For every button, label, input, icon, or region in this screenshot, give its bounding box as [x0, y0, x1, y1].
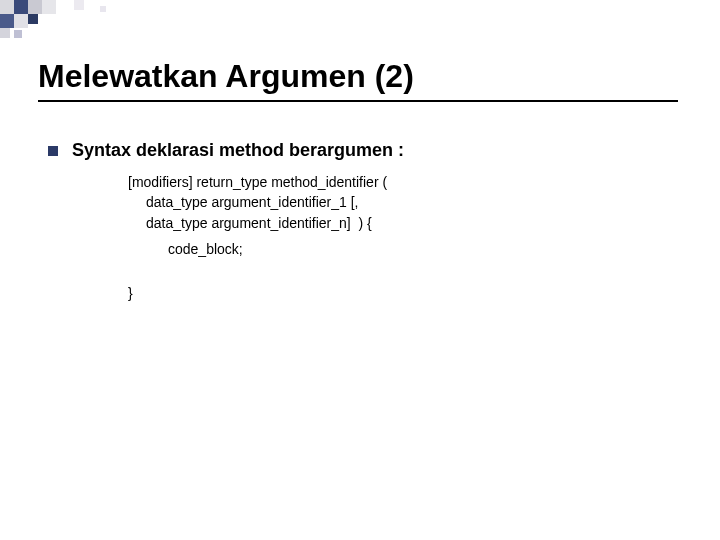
bullet-item: Syntax deklarasi method berargumen : [48, 140, 404, 161]
code-line-2: data_type argument_identifier_1 [, [128, 192, 387, 212]
code-line-3: data_type argument_identifier_n] ) { [128, 213, 387, 233]
code-line-5: } [128, 283, 387, 303]
page-title: Melewatkan Argumen (2) [38, 58, 414, 95]
code-line-4: code_block; [128, 239, 387, 259]
corner-decoration [0, 0, 120, 40]
square-bullet-icon [48, 146, 58, 156]
syntax-code-block: [modifiers] return_type method_identifie… [128, 172, 387, 303]
code-line-1: [modifiers] return_type method_identifie… [128, 172, 387, 192]
section-subtitle: Syntax deklarasi method berargumen : [72, 140, 404, 161]
title-underline [38, 100, 678, 102]
